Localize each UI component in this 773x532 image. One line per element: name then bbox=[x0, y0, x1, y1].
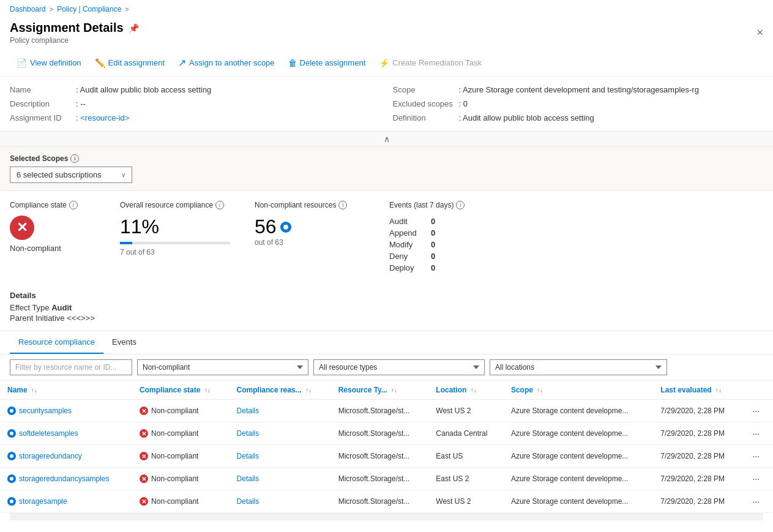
nc-badge-icon: ✕ bbox=[140, 474, 148, 483]
breadcrumb-dashboard[interactable]: Dashboard bbox=[10, 5, 46, 13]
compliance-state-text: Non-compliant bbox=[151, 406, 198, 415]
scope-chevron-icon: ∨ bbox=[121, 171, 125, 178]
table-body: securitysamples ✕ Non-compliant Details … bbox=[0, 400, 773, 513]
non-compliant-sub: out of 63 bbox=[255, 238, 377, 247]
nc-badge-icon: ✕ bbox=[140, 406, 148, 415]
compliance-state-text: Non-compliant bbox=[151, 497, 198, 506]
cell-more: ··· bbox=[742, 468, 773, 490]
event-row: Deny0 bbox=[389, 250, 751, 262]
detail-excluded-value: : 0 bbox=[459, 99, 468, 108]
compliance-reason-link[interactable]: Details bbox=[237, 406, 260, 415]
create-remediation-button[interactable]: ⚡ Create Remediation Task bbox=[372, 54, 488, 72]
detail-id-label: Assignment ID bbox=[10, 113, 71, 122]
non-compliant-label: Non-compliant resources i bbox=[255, 201, 377, 209]
col-scope[interactable]: Scope ↑↓ bbox=[504, 381, 653, 400]
event-name: Modify bbox=[389, 240, 426, 249]
cell-resource-type: Microsoft.Storage/st... bbox=[331, 400, 429, 422]
compliance-reason-link[interactable]: Details bbox=[237, 474, 260, 483]
cell-resource-type: Microsoft.Storage/st... bbox=[331, 422, 429, 445]
col-compliance-reason[interactable]: Compliance reas... ↑↓ bbox=[230, 381, 331, 400]
cell-name: securitysamples bbox=[0, 400, 132, 422]
bottom-scrollbar[interactable] bbox=[10, 513, 763, 520]
compliance-state-info-icon[interactable]: i bbox=[69, 201, 78, 209]
collapse-bar: ∧ bbox=[0, 132, 773, 147]
resource-name-link[interactable]: softdeletesamples bbox=[19, 429, 78, 438]
col-last-evaluated[interactable]: Last evaluated ↑↓ bbox=[653, 381, 742, 400]
non-compliant-info-icon[interactable]: i bbox=[338, 201, 347, 209]
compliance-reason-link[interactable]: Details bbox=[237, 452, 260, 460]
col-compliance-state[interactable]: Compliance state ↑↓ bbox=[132, 381, 230, 400]
view-definition-button[interactable]: 📄 View definition bbox=[10, 54, 88, 72]
sort-location-icon: ↑↓ bbox=[471, 387, 477, 394]
nc-badge-icon: ✕ bbox=[140, 429, 148, 438]
more-button[interactable]: ··· bbox=[750, 473, 762, 485]
compliance-filter[interactable]: Non-compliant Compliant All bbox=[137, 359, 308, 375]
resource-icon bbox=[7, 429, 16, 438]
cell-last-evaluated: 7/29/2020, 2:28 PM bbox=[653, 400, 742, 422]
compliance-reason-link[interactable]: Details bbox=[237, 429, 260, 438]
more-button[interactable]: ··· bbox=[750, 450, 762, 462]
panel-header: Assignment Details 📌 Policy compliance × bbox=[0, 18, 773, 50]
more-button[interactable]: ··· bbox=[750, 427, 762, 440]
detail-scope: Scope : Azure Storage content developmen… bbox=[393, 84, 764, 96]
breadcrumb: Dashboard > Policy | Compliance > bbox=[0, 0, 773, 18]
cell-location: Canada Central bbox=[428, 422, 504, 445]
cell-last-evaluated: 7/29/2020, 2:28 PM bbox=[653, 490, 742, 513]
compliance-reason-link[interactable]: Details bbox=[237, 497, 260, 506]
cell-scope: Azure Storage content developme... bbox=[504, 490, 653, 513]
more-button[interactable]: ··· bbox=[750, 405, 762, 417]
event-count: 0 bbox=[431, 263, 435, 272]
tab-events[interactable]: Events bbox=[103, 331, 145, 354]
breadcrumb-sep-2: > bbox=[125, 6, 129, 13]
scope-dropdown[interactable]: 6 selected subscriptions ∨ bbox=[10, 167, 132, 183]
more-button[interactable]: ··· bbox=[750, 495, 762, 508]
edit-assignment-button[interactable]: ✏️ Edit assignment bbox=[88, 54, 172, 72]
close-button[interactable]: × bbox=[756, 26, 763, 39]
detail-def-label: Definition bbox=[393, 113, 454, 122]
resource-type-filter[interactable]: All resource types Microsoft.Storage/sto… bbox=[313, 359, 485, 375]
col-location[interactable]: Location ↑↓ bbox=[428, 381, 504, 400]
resource-icon bbox=[7, 497, 16, 506]
pin-icon[interactable]: 📌 bbox=[129, 23, 139, 33]
table-header: Name ↑↓ Compliance state ↑↓ Compliance r… bbox=[0, 381, 773, 400]
scope-label: Selected Scopes i bbox=[10, 154, 763, 163]
panel-title-text: Assignment Details bbox=[10, 21, 124, 35]
detail-name: Name : Audit allow public blob access se… bbox=[10, 84, 381, 96]
delete-assignment-button[interactable]: 🗑 Delete assignment bbox=[282, 54, 373, 72]
col-resource-type[interactable]: Resource Ty... ↑↓ bbox=[331, 381, 429, 400]
detail-definition: Definition : Audit allow public blob acc… bbox=[393, 112, 764, 124]
col-name[interactable]: Name ↑↓ bbox=[0, 381, 132, 400]
cell-more: ··· bbox=[742, 445, 773, 468]
resource-name-link[interactable]: storagesample bbox=[19, 497, 67, 506]
resource-name-link[interactable]: securitysamples bbox=[19, 406, 72, 415]
remediation-icon: ⚡ bbox=[379, 58, 389, 68]
detail-name-value: : Audit allow public blob access setting bbox=[76, 85, 211, 94]
event-row: Modify0 bbox=[389, 239, 751, 250]
sort-type-icon: ↑↓ bbox=[391, 387, 397, 394]
location-filter[interactable]: All locations West US 2 East US Canada C… bbox=[490, 359, 667, 375]
resource-name-link[interactable]: storageredundancysamples bbox=[19, 474, 109, 483]
compliance-state-text: Non-compliant bbox=[151, 474, 198, 483]
event-count: 0 bbox=[431, 240, 435, 249]
event-name: Deny bbox=[389, 252, 426, 261]
cell-scope: Azure Storage content developme... bbox=[504, 400, 653, 422]
assign-scope-button[interactable]: ↗ Assign to another scope bbox=[171, 53, 281, 72]
collapse-button[interactable]: ∧ bbox=[384, 134, 390, 144]
panel-title-row: Assignment Details 📌 bbox=[10, 21, 139, 35]
cell-compliance-reason: Details bbox=[230, 400, 331, 422]
search-input[interactable] bbox=[10, 359, 132, 375]
overall-info-icon[interactable]: i bbox=[215, 201, 224, 209]
table-wrapper: Name ↑↓ Compliance state ↑↓ Compliance r… bbox=[0, 381, 773, 513]
details-section: Name : Audit allow public blob access se… bbox=[0, 77, 773, 132]
events-item: Events (last 7 days) i Audit0Append0Modi… bbox=[389, 201, 763, 281]
tab-resource-compliance[interactable]: Resource compliance bbox=[10, 331, 103, 354]
table-row: storagesample ✕ Non-compliant Details Mi… bbox=[0, 490, 773, 513]
scope-info-icon[interactable]: i bbox=[70, 154, 79, 163]
detail-id-value[interactable]: : <resource-id> bbox=[76, 113, 129, 122]
cell-location: West US 2 bbox=[428, 400, 504, 422]
breadcrumb-policy-compliance[interactable]: Policy | Compliance bbox=[57, 5, 121, 13]
events-info-icon[interactable]: i bbox=[456, 201, 465, 209]
resource-name-link[interactable]: storageredundancy bbox=[19, 452, 82, 460]
sort-name-icon: ↑↓ bbox=[31, 387, 37, 394]
edit-assignment-icon: ✏️ bbox=[95, 58, 105, 68]
